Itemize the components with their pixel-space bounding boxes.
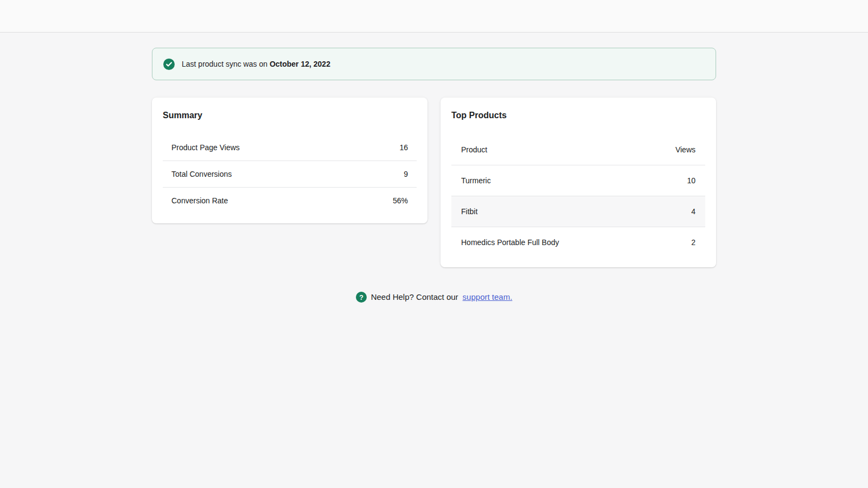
help-footer: ? Need Help? Contact our support team.	[152, 291, 716, 303]
cards-row: Summary Product Page Views 16 Total Conv…	[152, 98, 716, 267]
top-products-table: Product Views Turmeric 10 Fitbit 4 Homed…	[451, 134, 705, 258]
stat-label: Conversion Rate	[171, 195, 228, 206]
product-views: 10	[687, 175, 695, 186]
product-name: Fitbit	[461, 206, 477, 217]
stat-label: Total Conversions	[171, 169, 232, 179]
product-views: 4	[691, 206, 695, 217]
svg-text:?: ?	[359, 294, 363, 301]
product-name: Homedics Portable Full Body	[461, 237, 559, 248]
main-content: Last product sync was on October 12, 202…	[152, 33, 716, 303]
column-header-product: Product	[461, 144, 487, 155]
sync-status-banner: Last product sync was on October 12, 202…	[152, 48, 716, 80]
top-products-card: Top Products Product Views Turmeric 10 F…	[441, 98, 716, 267]
summary-table: Product Page Views 16 Total Conversions …	[163, 134, 417, 214]
sync-message-prefix: Last product sync was on	[182, 60, 267, 68]
stat-value: 16	[399, 142, 408, 153]
summary-card: Summary Product Page Views 16 Total Conv…	[152, 98, 427, 223]
summary-row-total-conversions: Total Conversions 9	[163, 160, 417, 187]
top-products-card-title: Top Products	[441, 98, 716, 127]
question-mark-icon: ?	[356, 292, 367, 303]
top-bar	[0, 0, 868, 33]
stat-value: 56%	[393, 195, 408, 206]
sync-date: October 12, 2022	[270, 60, 330, 68]
check-circle-icon	[163, 59, 175, 70]
product-name: Turmeric	[461, 175, 491, 186]
stat-label: Product Page Views	[171, 142, 240, 153]
summary-row-product-page-views: Product Page Views 16	[163, 134, 417, 160]
table-row: Fitbit 4	[451, 196, 705, 227]
help-text: Need Help? Contact our	[371, 291, 458, 303]
column-header-views: Views	[675, 144, 695, 155]
table-row: Turmeric 10	[451, 165, 705, 196]
summary-card-title: Summary	[152, 98, 427, 127]
page: Last product sync was on October 12, 202…	[0, 0, 868, 488]
sync-status-message: Last product sync was on October 12, 202…	[182, 59, 330, 69]
table-row: Homedics Portable Full Body 2	[451, 227, 705, 258]
stat-value: 9	[404, 169, 408, 179]
summary-row-conversion-rate: Conversion Rate 56%	[163, 187, 417, 214]
product-views: 2	[691, 237, 695, 248]
top-products-header-row: Product Views	[451, 134, 705, 165]
support-team-link[interactable]: support team.	[463, 291, 513, 303]
